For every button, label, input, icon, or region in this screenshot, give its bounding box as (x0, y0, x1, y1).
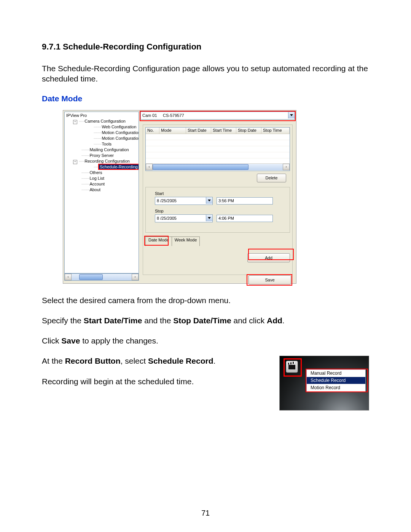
schedule-table: No. Mode Start Date Start Time Stop Date… (145, 127, 290, 171)
tree-others[interactable]: ·······Others (66, 170, 139, 176)
table-row[interactable] (146, 134, 290, 140)
scroll-track[interactable] (153, 164, 283, 170)
stop-time-field[interactable]: 4:06 PM (217, 215, 273, 222)
tree-web-config[interactable]: ·······Web Configuration (66, 124, 139, 130)
start-label: Start (155, 191, 280, 196)
record-icon-button[interactable] (286, 361, 298, 373)
th-start-date[interactable]: Start Date (186, 128, 211, 134)
start-date-value: 8 /25/2005 (155, 198, 177, 203)
scroll-left-icon[interactable]: ‹ (65, 274, 72, 280)
chevron-down-icon (208, 200, 211, 201)
th-mode[interactable]: Mode (159, 128, 186, 134)
camera-dropdown[interactable]: Cam 01 CS-579577 (140, 112, 295, 120)
right-pane: Cam 01 CS-579577 No. Mode Start Date Sta… (140, 112, 295, 282)
chevron-down-icon (290, 114, 293, 116)
delete-button[interactable]: Delete (257, 174, 286, 182)
tree-recording-config[interactable]: −·····Recording Configuration (66, 158, 139, 164)
instr-save: Click Save to apply the changes. (42, 335, 369, 346)
scroll-right-icon[interactable]: › (283, 164, 290, 170)
tree-about[interactable]: ·······About (66, 187, 139, 193)
stop-time-value: 4:06 PM (218, 216, 234, 220)
table-body (146, 134, 290, 163)
table-row[interactable] (146, 152, 290, 158)
th-stop-date[interactable]: Stop Date (236, 128, 261, 134)
dropdown-button[interactable] (206, 215, 212, 221)
intro-paragraph: The Schedule-Recording Configuration pag… (42, 63, 369, 84)
tree-schedule-selected[interactable]: Schedule-Recording Con (98, 164, 139, 170)
tree-tools[interactable]: ·······Tools (66, 141, 139, 147)
table-h-scrollbar[interactable]: ‹ › (146, 163, 290, 170)
save-button[interactable]: Save (249, 275, 291, 284)
section-heading: 9.7.1 Schedule-Recording Configuration (42, 42, 369, 52)
tree-root[interactable]: IPView Pro (66, 113, 139, 118)
table-header: No. Mode Start Date Start Time Stop Date… (146, 128, 290, 134)
add-button[interactable]: Add (247, 253, 290, 262)
table-row[interactable] (146, 140, 290, 146)
mode-tabs: Date Mode Week Mode (145, 236, 199, 246)
tab-week-mode[interactable]: Week Mode (172, 236, 200, 246)
start-time-field[interactable]: 3:56 PM (217, 197, 273, 204)
tree-camera-config[interactable]: −·····Camera Configuration (66, 118, 139, 124)
stop-date-field[interactable]: 8 /25/2005 (155, 214, 213, 222)
camera-name: CS-579577 (161, 113, 185, 118)
instr-begin: Recording will begin at the scheduled ti… (42, 376, 264, 387)
menu-manual-record[interactable]: Manual Record (307, 370, 365, 377)
instr-startstop: Specify the Start Date/Time and the Stop… (42, 315, 369, 326)
scroll-thumb[interactable] (79, 274, 103, 280)
th-stop-time[interactable]: Stop Time (261, 128, 290, 134)
schedule-panel: No. Mode Start Date Start Time Stop Date… (143, 125, 293, 275)
tree-account[interactable]: ·······Account (66, 181, 139, 187)
th-start-time[interactable]: Start Time (211, 128, 236, 134)
tree-motion-2[interactable]: ·······Motion Configuration-2 (66, 136, 139, 141)
tree-loglist[interactable]: ·······Log List (66, 176, 139, 181)
menu-motion-record[interactable]: Motion Record (307, 384, 365, 391)
camera-id: Cam 01 (141, 113, 161, 118)
tree-schedule-recording[interactable]: ····Schedule-Recording Con (66, 164, 139, 170)
table-row[interactable] (146, 146, 290, 152)
record-context-menu: Manual Record Schedule Record Motion Rec… (306, 369, 366, 392)
document-page: 9.7.1 Schedule-Recording Configuration T… (0, 0, 411, 532)
nav-tree-pane: IPView Pro −·····Camera Configuration ··… (64, 112, 139, 273)
instr-record-button: At the Record Button, select Schedule Re… (42, 356, 264, 366)
scroll-thumb[interactable] (153, 164, 249, 170)
tree-proxy[interactable]: ·······Proxy Server (66, 153, 139, 158)
start-time-value: 3:56 PM (218, 198, 234, 203)
clapperboard-icon (288, 364, 295, 369)
date-mode-heading: Date Mode (42, 94, 369, 103)
tab-date-mode[interactable]: Date Mode (145, 236, 172, 246)
chevron-down-icon (208, 217, 211, 219)
stop-label: Stop (155, 209, 280, 213)
nav-tree[interactable]: IPView Pro −·····Camera Configuration ··… (65, 112, 139, 193)
th-no[interactable]: No. (146, 128, 159, 134)
scroll-track[interactable] (72, 274, 132, 280)
record-button-screenshot: Manual Record Schedule Record Motion Rec… (279, 356, 369, 411)
tree-mailing[interactable]: ·······Mailing Configuration (66, 147, 139, 153)
start-date-field[interactable]: 8 /25/2005 (155, 197, 213, 205)
collapse-icon[interactable]: − (73, 160, 77, 164)
ipview-config-screenshot: IPView Pro −·····Camera Configuration ··… (63, 110, 296, 284)
page-number: 71 (0, 509, 411, 518)
scroll-right-icon[interactable]: › (132, 274, 139, 280)
collapse-icon[interactable]: − (73, 120, 77, 124)
tree-h-scrollbar[interactable]: ‹ › (64, 273, 139, 281)
tree-motion-1[interactable]: ·······Motion Configuration-1 (66, 130, 139, 136)
dropdown-button[interactable] (206, 197, 212, 204)
scroll-left-icon[interactable]: ‹ (146, 164, 153, 170)
instr-select-camera: Select the desired camera from the drop-… (42, 295, 369, 305)
stop-date-value: 8 /25/2005 (155, 216, 177, 220)
start-stop-group: Start 8 /25/2005 3:56 PM Stop 8 /25/2005 (145, 187, 290, 233)
dropdown-button[interactable] (288, 112, 295, 118)
menu-schedule-record[interactable]: Schedule Record (307, 377, 365, 384)
